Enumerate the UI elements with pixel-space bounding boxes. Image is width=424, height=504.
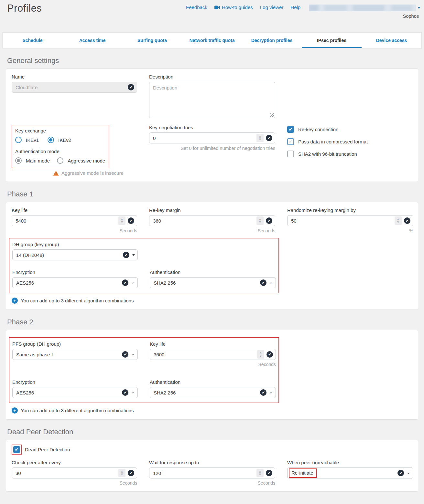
description-textarea[interactable]: Description — [149, 82, 275, 118]
add-combination-icon[interactable]: + — [12, 407, 18, 414]
ikev2-label: IKEv2 — [58, 137, 71, 143]
p1-key-life-input[interactable]: 5400 ˄˅ ✔ — [12, 215, 137, 226]
p1-authentication-select[interactable]: SHA2 256 ✔ ⌄ — [150, 277, 276, 288]
aggressive-mode-radio[interactable] — [57, 157, 63, 164]
tab-access-time[interactable]: Access time — [62, 33, 122, 48]
rekey-connection-checkbox[interactable]: ✔ — [287, 126, 294, 133]
feedback-link[interactable]: Feedback — [186, 5, 207, 10]
peer-unreachable-label: When peer unreachable — [287, 460, 413, 465]
p1-rekey-margin-input[interactable]: 360 ˄˅ ✔ — [149, 215, 275, 226]
p1-encryption-select[interactable]: AES256 ✔ ⌄ — [12, 277, 138, 288]
name-value: Cloudflare — [16, 85, 125, 90]
p1-add-note: You can add up to 3 different algorithm … — [21, 298, 134, 303]
p1-rekey-margin-value: 360 — [153, 218, 254, 224]
chevron-down-icon[interactable]: ⌄ — [131, 389, 135, 394]
chevron-down-icon[interactable]: ⌄ — [269, 279, 273, 284]
key-exchange-label: Key exchange — [15, 128, 107, 133]
wait-response-label: Wait for response up to — [149, 460, 275, 465]
valid-check-icon: ✔ — [260, 389, 266, 396]
stepper-down-icon[interactable]: ˅ — [121, 221, 123, 223]
valid-check-icon: ✔ — [266, 351, 273, 358]
phase1-heading: Phase 1 — [7, 190, 424, 198]
valid-check-icon: ✔ — [122, 389, 128, 396]
tab-network-traffic-quota[interactable]: Network traffic quota — [182, 33, 242, 48]
p1-key-life-label: Key life — [12, 207, 137, 213]
peer-unreachable-value: Re-initiate — [291, 470, 313, 476]
profile-tabs: Schedule Access time Surfing quota Netwo… — [2, 32, 422, 48]
chevron-down-icon[interactable]: ⌄ — [131, 351, 135, 356]
key-negotiation-input[interactable]: 0 ˄ ˅ ✔ — [149, 132, 275, 143]
p2-key-life-unit: Seconds — [150, 362, 276, 367]
valid-check-icon: ✔ — [260, 279, 266, 286]
stepper-control[interactable]: ˄ ˅ — [256, 134, 264, 142]
add-combination-icon[interactable]: + — [12, 298, 18, 304]
page-title: Profiles — [7, 3, 42, 14]
valid-check-icon: ✔ — [128, 470, 134, 476]
chevron-down-icon[interactable]: ⌄ — [131, 279, 135, 284]
tab-ipsec-profiles[interactable]: IPsec profiles — [302, 33, 362, 48]
stepper-control[interactable]: ˄˅ — [118, 216, 125, 225]
tab-decryption-profiles[interactable]: Decryption profiles — [242, 33, 302, 48]
p2-encryption-select[interactable]: AES256 ✔ ⌄ — [12, 387, 138, 398]
valid-check-icon: ✔ — [122, 279, 128, 286]
stepper-down-icon[interactable]: ˅ — [259, 221, 261, 223]
stepper-down-icon[interactable]: ˅ — [259, 138, 261, 141]
main-mode-radio[interactable] — [15, 157, 22, 164]
log-viewer-link[interactable]: Log viewer — [260, 5, 284, 10]
stepper-down-icon[interactable]: ˅ — [260, 354, 262, 357]
ikev2-radio[interactable] — [48, 137, 54, 143]
stepper-control[interactable]: ˄˅ — [256, 469, 264, 477]
chevron-down-icon[interactable]: ⌄ — [269, 389, 273, 394]
wait-response-input[interactable]: 120 ˄˅ ✔ — [149, 467, 275, 478]
caret-down-icon[interactable]: ▾ — [418, 5, 420, 10]
help-link[interactable]: Help — [290, 5, 300, 10]
dpd-enable-checkbox[interactable]: ✔ — [13, 446, 20, 453]
dpd-enable-label: Dead Peer Detection — [25, 447, 70, 452]
compressed-format-checkbox[interactable]: ✔ — [287, 138, 294, 145]
valid-check-icon: ✔ — [123, 252, 129, 258]
check-peer-input[interactable]: 30 ˄˅ ✔ — [12, 467, 137, 478]
tab-surfing-quota[interactable]: Surfing quota — [122, 33, 182, 48]
description-placeholder: Description — [153, 85, 177, 90]
stepper-control[interactable]: ˄˅ — [395, 216, 402, 225]
valid-check-icon: ✔ — [122, 351, 128, 358]
name-field: Cloudflare ✔ — [12, 82, 137, 93]
main-mode-label: Main mode — [26, 158, 50, 163]
sha2-truncation-checkbox[interactable] — [287, 151, 294, 157]
stepper-down-icon[interactable]: ˅ — [121, 473, 123, 476]
dh-group-label: DH group (key group) — [12, 242, 138, 247]
stepper-control[interactable]: ˄˅ — [256, 216, 264, 225]
howto-guides-link[interactable]: How-to guides — [214, 5, 253, 10]
p1-randomize-input[interactable]: 50 ˄˅ ✔ — [287, 215, 413, 226]
howto-guides-label: How-to guides — [222, 5, 253, 10]
tab-device-access[interactable]: Device access — [362, 33, 421, 48]
stepper-down-icon[interactable]: ˅ — [259, 473, 261, 476]
peer-unreachable-select[interactable]: Re-initiate ✔ ⌄ — [287, 467, 413, 478]
stepper-down-icon[interactable]: ˅ — [397, 221, 399, 223]
admin-account-menu[interactable] — [309, 5, 416, 11]
p2-authentication-select[interactable]: SHA2 256 ✔ ⌄ — [150, 387, 276, 398]
chevron-down-icon[interactable]: ⌄ — [406, 470, 410, 475]
resize-grip-icon[interactable] — [270, 113, 274, 117]
dh-group-select[interactable]: 14 (DH2048) ✔ — [12, 249, 138, 260]
p1-rekey-margin-unit: Seconds — [149, 228, 275, 233]
p2-key-life-input[interactable]: 3600 ˄˅ ✔ — [150, 349, 276, 360]
ikev1-label: IKEv1 — [26, 137, 39, 143]
general-settings-card: Name Cloudflare ✔ Description Descriptio… — [6, 68, 418, 182]
pfs-group-select[interactable]: Same as phase-I ✔ ⌄ — [12, 349, 138, 360]
ikev1-radio[interactable] — [15, 137, 22, 143]
dropdown-caret-icon[interactable] — [132, 254, 135, 256]
tab-schedule[interactable]: Schedule — [3, 33, 62, 48]
p2-add-note: You can add up to 3 different algorithm … — [21, 408, 134, 413]
stepper-control[interactable]: ˄˅ — [118, 469, 125, 477]
check-peer-label: Check peer after every — [12, 460, 137, 465]
stepper-control[interactable]: ˄˅ — [257, 350, 264, 359]
wait-response-value: 120 — [153, 470, 254, 476]
warning-triangle-icon — [53, 171, 59, 176]
p1-randomize-unit: % — [287, 228, 413, 233]
check-peer-unit: Seconds — [12, 480, 137, 486]
name-label: Name — [12, 74, 137, 79]
compressed-format-label: Pass data in compressed format — [298, 139, 368, 144]
valid-check-icon: ✔ — [128, 84, 134, 90]
app-header: Profiles Feedback How-to guides Log view… — [0, 0, 424, 32]
